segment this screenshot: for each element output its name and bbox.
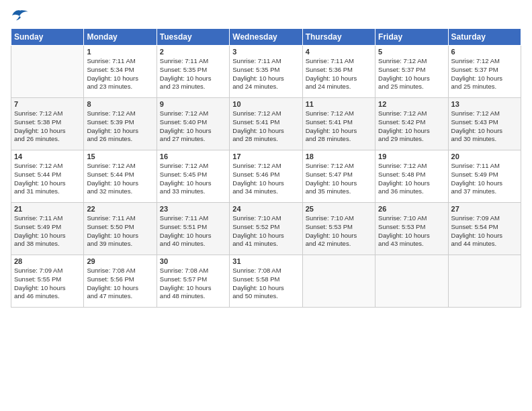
day-info: Sunrise: 7:11 AM Sunset: 5:50 PM Dayligh… [87,214,153,248]
day-info: Sunrise: 7:11 AM Sunset: 5:36 PM Dayligh… [306,57,372,91]
calendar-cell: 31Sunrise: 7:08 AM Sunset: 5:58 PM Dayli… [230,255,302,308]
calendar-cell: 10Sunrise: 7:12 AM Sunset: 5:41 PM Dayli… [230,98,302,150]
day-number: 22 [87,205,153,213]
calendar-cell: 21Sunrise: 7:11 AM Sunset: 5:49 PM Dayli… [11,203,84,255]
day-info: Sunrise: 7:10 AM Sunset: 5:53 PM Dayligh… [306,214,372,248]
calendar-cell: 15Sunrise: 7:12 AM Sunset: 5:44 PM Dayli… [84,150,157,203]
day-info: Sunrise: 7:11 AM Sunset: 5:49 PM Dayligh… [451,162,518,196]
day-info: Sunrise: 7:12 AM Sunset: 5:43 PM Dayligh… [451,109,518,144]
day-info: Sunrise: 7:09 AM Sunset: 5:54 PM Dayligh… [451,214,518,248]
day-info: Sunrise: 7:11 AM Sunset: 5:51 PM Dayligh… [160,214,226,248]
calendar-cell: 6Sunrise: 7:12 AM Sunset: 5:37 PM Daylig… [448,46,521,98]
day-info: Sunrise: 7:12 AM Sunset: 5:47 PM Dayligh… [306,162,372,196]
day-info: Sunrise: 7:12 AM Sunset: 5:39 PM Dayligh… [87,109,153,144]
day-number: 21 [14,205,81,213]
calendar-cell: 28Sunrise: 7:09 AM Sunset: 5:55 PM Dayli… [11,255,84,308]
day-header: Saturday [448,29,521,46]
calendar-week-row: 21Sunrise: 7:11 AM Sunset: 5:49 PM Dayli… [11,203,521,255]
day-info: Sunrise: 7:12 AM Sunset: 5:44 PM Dayligh… [14,162,81,196]
calendar-cell [375,255,448,308]
calendar-cell: 17Sunrise: 7:12 AM Sunset: 5:46 PM Dayli… [230,150,302,203]
calendar-cell: 3Sunrise: 7:11 AM Sunset: 5:35 PM Daylig… [230,46,302,98]
day-info: Sunrise: 7:11 AM Sunset: 5:35 PM Dayligh… [232,57,299,91]
day-number: 28 [14,257,81,265]
calendar-cell: 13Sunrise: 7:12 AM Sunset: 5:43 PM Dayli… [448,98,521,150]
day-number: 31 [232,257,299,265]
day-number: 23 [160,205,226,213]
day-number: 9 [160,100,226,108]
day-number: 11 [306,100,372,108]
day-number: 6 [451,48,518,56]
calendar-week-row: 1Sunrise: 7:11 AM Sunset: 5:34 PM Daylig… [11,46,521,98]
day-number: 3 [232,48,299,56]
calendar-cell: 2Sunrise: 7:11 AM Sunset: 5:35 PM Daylig… [157,46,229,98]
day-number: 27 [451,205,518,213]
logo-bird-icon [11,8,30,23]
calendar-cell: 20Sunrise: 7:11 AM Sunset: 5:49 PM Dayli… [448,150,521,203]
calendar-cell [448,255,521,308]
calendar-cell: 24Sunrise: 7:10 AM Sunset: 5:52 PM Dayli… [230,203,302,255]
day-info: Sunrise: 7:12 AM Sunset: 5:41 PM Dayligh… [306,109,372,144]
calendar-cell: 23Sunrise: 7:11 AM Sunset: 5:51 PM Dayli… [157,203,229,255]
day-header: Friday [375,29,448,46]
day-info: Sunrise: 7:11 AM Sunset: 5:35 PM Dayligh… [160,57,226,91]
day-number: 2 [160,48,226,56]
day-info: Sunrise: 7:12 AM Sunset: 5:40 PM Dayligh… [160,109,226,144]
calendar-cell: 22Sunrise: 7:11 AM Sunset: 5:50 PM Dayli… [84,203,157,255]
day-number: 25 [306,205,372,213]
calendar-cell: 7Sunrise: 7:12 AM Sunset: 5:38 PM Daylig… [11,98,84,150]
calendar-week-row: 28Sunrise: 7:09 AM Sunset: 5:55 PM Dayli… [11,255,521,308]
day-number: 20 [451,152,518,161]
day-number: 1 [87,48,153,56]
day-info: Sunrise: 7:08 AM Sunset: 5:56 PM Dayligh… [87,267,153,301]
day-number: 13 [451,100,518,108]
day-info: Sunrise: 7:12 AM Sunset: 5:48 PM Dayligh… [378,162,445,196]
day-number: 16 [160,152,226,161]
calendar-cell: 29Sunrise: 7:08 AM Sunset: 5:56 PM Dayli… [84,255,157,308]
day-info: Sunrise: 7:12 AM Sunset: 5:45 PM Dayligh… [160,162,226,196]
header [11,8,521,23]
day-number: 30 [160,257,226,265]
day-number: 10 [232,100,299,108]
calendar-cell: 11Sunrise: 7:12 AM Sunset: 5:41 PM Dayli… [302,98,375,150]
day-info: Sunrise: 7:12 AM Sunset: 5:38 PM Dayligh… [14,109,81,144]
day-number: 5 [378,48,445,56]
day-info: Sunrise: 7:11 AM Sunset: 5:34 PM Dayligh… [87,57,153,91]
day-number: 19 [378,152,445,161]
calendar-cell: 14Sunrise: 7:12 AM Sunset: 5:44 PM Dayli… [11,150,84,203]
logo [11,8,32,23]
day-header: Sunday [11,29,84,46]
calendar-cell: 4Sunrise: 7:11 AM Sunset: 5:36 PM Daylig… [302,46,375,98]
day-header: Wednesday [230,29,302,46]
calendar-cell: 8Sunrise: 7:12 AM Sunset: 5:39 PM Daylig… [84,98,157,150]
calendar-cell: 19Sunrise: 7:12 AM Sunset: 5:48 PM Dayli… [375,150,448,203]
day-info: Sunrise: 7:08 AM Sunset: 5:58 PM Dayligh… [232,267,299,301]
day-info: Sunrise: 7:10 AM Sunset: 5:53 PM Dayligh… [378,214,445,248]
day-header: Tuesday [157,29,229,46]
calendar-cell: 30Sunrise: 7:08 AM Sunset: 5:57 PM Dayli… [157,255,229,308]
day-number: 15 [87,152,153,161]
calendar-week-row: 7Sunrise: 7:12 AM Sunset: 5:38 PM Daylig… [11,98,521,150]
calendar-cell: 18Sunrise: 7:12 AM Sunset: 5:47 PM Dayli… [302,150,375,203]
day-number: 14 [14,152,81,161]
day-header: Thursday [302,29,375,46]
day-info: Sunrise: 7:12 AM Sunset: 5:37 PM Dayligh… [378,57,445,91]
day-number: 7 [14,100,81,108]
day-info: Sunrise: 7:09 AM Sunset: 5:55 PM Dayligh… [14,267,81,301]
day-number: 18 [306,152,372,161]
calendar-cell: 27Sunrise: 7:09 AM Sunset: 5:54 PM Dayli… [448,203,521,255]
calendar-cell [302,255,375,308]
day-info: Sunrise: 7:12 AM Sunset: 5:46 PM Dayligh… [232,162,299,196]
day-number: 12 [378,100,445,108]
calendar-cell: 9Sunrise: 7:12 AM Sunset: 5:40 PM Daylig… [157,98,229,150]
calendar-cell: 26Sunrise: 7:10 AM Sunset: 5:53 PM Dayli… [375,203,448,255]
day-number: 24 [232,205,299,213]
calendar-table: SundayMondayTuesdayWednesdayThursdayFrid… [11,28,521,308]
calendar-cell [11,46,84,98]
day-info: Sunrise: 7:12 AM Sunset: 5:37 PM Dayligh… [451,57,518,91]
calendar-cell: 25Sunrise: 7:10 AM Sunset: 5:53 PM Dayli… [302,203,375,255]
day-number: 17 [232,152,299,161]
calendar-cell: 12Sunrise: 7:12 AM Sunset: 5:42 PM Dayli… [375,98,448,150]
day-info: Sunrise: 7:10 AM Sunset: 5:52 PM Dayligh… [232,214,299,248]
day-number: 26 [378,205,445,213]
